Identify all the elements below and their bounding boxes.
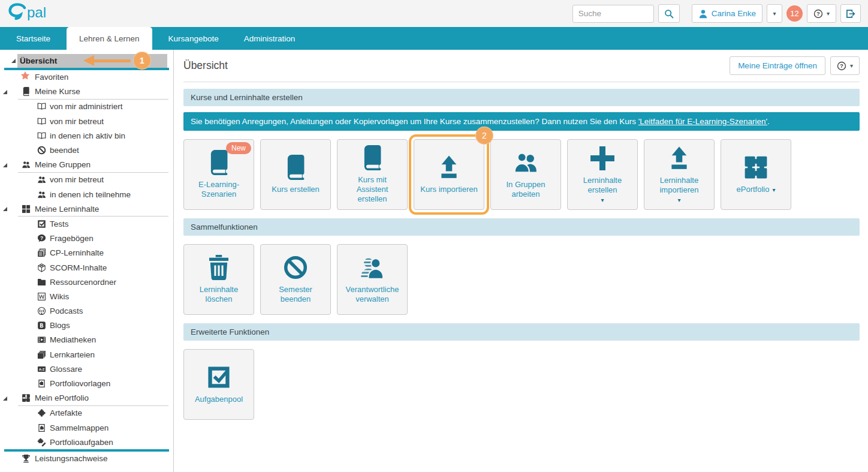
tree-expander-icon[interactable]: [11, 59, 16, 63]
grid-icon: [22, 205, 31, 214]
page-help-button[interactable]: ? ▾: [830, 56, 860, 75]
sidebar-item-tests[interactable]: Tests: [0, 217, 173, 231]
chevron-down-icon: ▾: [772, 187, 775, 193]
tile-semester-beenden[interactable]: Semester beenden: [260, 244, 331, 315]
trash-icon: [206, 255, 231, 280]
annotation-badge-2: 2: [475, 127, 493, 145]
sidebar-item-label: in denen ich teilnehme: [50, 190, 131, 199]
tab-kursangebote[interactable]: Kursangebote: [156, 27, 231, 50]
sidebar-item-von-mir-administriert[interactable]: von mir administriert: [0, 100, 173, 114]
search-button[interactable]: [658, 4, 680, 23]
tile-lerninhalte-importieren[interactable]: Lerninhalte importieren▾: [644, 139, 715, 210]
sidebar-item-ressourcenordner[interactable]: Ressourcenordner: [0, 275, 173, 289]
banner-text-suffix: .: [767, 117, 770, 126]
tile-aufgabenpool[interactable]: Aufgabenpool: [183, 349, 254, 420]
tile-lerninhalte-loschen[interactable]: Lerninhalte löschen: [183, 244, 254, 315]
plus-icon: [590, 146, 615, 171]
page-title: Übersicht: [183, 59, 228, 72]
sidebar-item-cp-lerninhalte[interactable]: CP-Lerninhalte: [0, 246, 173, 260]
sidebar-item-in-denen-ich-aktiv-bin[interactable]: in denen ich aktiv bin: [0, 128, 173, 143]
tile-eportfolio[interactable]: ePortfolio▾: [721, 139, 791, 210]
tab-lehren-lernen[interactable]: Lehren & Lernen: [67, 27, 152, 50]
sidebar-item-label: SCORM-Inhalte: [50, 263, 107, 272]
sidebar-item-lernkarteien[interactable]: Lernkarteien: [0, 347, 173, 362]
tile-in-gruppen-arbeiten[interactable]: In Gruppen arbeiten: [490, 139, 561, 210]
tile-e-learning-szenarien[interactable]: E-Learning-SzenarienNew: [183, 139, 254, 210]
tile-kurs-mit-assistent-erstellen[interactable]: Kurs mit Assistent erstellen: [337, 139, 408, 210]
top-header: pal Carina Enke ▾ 12 ? ▾: [0, 0, 868, 27]
opal-logo[interactable]: pal: [8, 3, 64, 25]
tile-lerninhalte-erstellen[interactable]: Lerninhalte erstellen▾: [567, 139, 638, 210]
sidebar-item-label: Mein ePortfolio: [35, 393, 89, 402]
banner-text: Sie benötigen Anregungen, Anleitungen od…: [191, 117, 638, 126]
upload-icon: [436, 155, 462, 180]
sidebar-item-mediatheken[interactable]: Mediatheken: [0, 333, 173, 347]
user-menu-button[interactable]: Carina Enke: [692, 4, 762, 23]
section-header-sammelfunktionen: Sammelfunktionen: [183, 218, 860, 236]
svg-text:?: ?: [816, 10, 820, 17]
svg-text:A-Z: A-Z: [39, 368, 45, 371]
tile-row: E-Learning-SzenarienNewKurs erstellenKur…: [183, 139, 860, 210]
logout-icon: [846, 9, 855, 19]
tile-label: E-Learning-Szenarien: [184, 180, 254, 200]
tile-kurs-importieren[interactable]: Kurs importieren2: [414, 139, 484, 210]
star-icon: [20, 71, 30, 83]
sidebar-item-meine-lerninhalte[interactable]: Meine Lerninhalte: [0, 202, 173, 216]
tree-expander-icon[interactable]: [3, 90, 7, 94]
tile-kurs-erstellen[interactable]: Kurs erstellen: [260, 139, 331, 210]
sidebar-item-favoriten[interactable]: Favoriten: [0, 70, 173, 85]
search-input[interactable]: [572, 5, 654, 23]
sidebar-item-podcasts[interactable]: Podcasts: [0, 304, 173, 318]
user-menu-caret-button[interactable]: ▾: [767, 4, 782, 23]
sidebar-item-label: Lernkarteien: [50, 350, 95, 359]
tree-expander-icon[interactable]: [3, 396, 7, 401]
info-banner: Sie benötigen Anregungen, Anleitungen od…: [183, 112, 860, 131]
tile-label: Semester beenden: [261, 285, 330, 305]
sidebar-item-artefakte[interactable]: Artefakte: [0, 406, 173, 420]
tab-administration[interactable]: Administration: [231, 27, 308, 50]
sidebar-item-von-mir-betreut[interactable]: von mir betreut: [0, 173, 173, 187]
tile-verantwortliche-verwalten[interactable]: Verantwortliche verwalten: [337, 244, 408, 315]
sidebar-item-fragebogen[interactable]: ?Fragebögen: [0, 232, 173, 246]
tab-startseite[interactable]: Startseite: [4, 27, 63, 50]
main-navbar: StartseiteLehren & LernenKursangeboteAdm…: [0, 27, 868, 50]
sidebar-item-wikis[interactable]: Wikis: [0, 289, 173, 303]
banner-link[interactable]: 'Leitfaden für E-Learning-Szenarien': [638, 117, 767, 126]
sidebar-item-leistungsnachweise[interactable]: Leistungsnachweise: [0, 452, 173, 466]
sidebar-item-meine-kurse[interactable]: Meine Kurse: [0, 85, 173, 99]
cards-icon: [37, 350, 46, 359]
sidebar-item-label: Leistungsnachweise: [35, 454, 108, 463]
sidebar-item-meine-gruppen[interactable]: Meine Gruppen: [0, 158, 173, 172]
main-content: Übersicht Meine Einträge öffnen ? ▾ Kurs…: [174, 50, 868, 472]
logout-button[interactable]: [840, 4, 861, 23]
book-icon: [206, 150, 231, 175]
sidebar-item-portfoliovorlagen[interactable]: Portfoliovorlagen: [0, 376, 173, 390]
sidebar-item-von-mir-betreut[interactable]: von mir betreut: [0, 114, 173, 128]
help-button[interactable]: ? ▾: [807, 4, 836, 23]
sidebar-item-scorm-inhalte[interactable]: SCORM-Inhalte: [0, 260, 173, 275]
people-tile-icon: [513, 150, 538, 175]
sidebar-item-portfolioaufgaben[interactable]: Portfolioaufgaben: [0, 435, 173, 449]
tile-label: Lerninhalte importieren: [644, 176, 714, 196]
opal-logo-icon: pal: [8, 3, 64, 25]
ban-icon: [37, 146, 46, 155]
sidebar-item-glossare[interactable]: A-ZGlossare: [0, 362, 173, 376]
open-book-icon: [37, 102, 46, 111]
notification-badge[interactable]: 12: [786, 5, 803, 22]
sidebar-item-blogs[interactable]: Blogs: [0, 318, 173, 333]
search-icon: [664, 9, 674, 19]
tile-label: Aufgabenpool: [191, 395, 247, 404]
chevron-down-icon: ▾: [773, 11, 776, 17]
tree-expander-icon[interactable]: [3, 163, 7, 167]
sidebar-item-sammelmappen[interactable]: Sammelmappen: [0, 420, 173, 435]
sidebar-item-ubersicht[interactable]: Übersicht1: [0, 54, 173, 68]
podcast-icon: [37, 306, 46, 315]
sidebar-item-mein-eportfolio[interactable]: Mein ePortfolio: [0, 391, 173, 405]
tree-expander-icon[interactable]: [3, 207, 7, 211]
open-my-entries-button[interactable]: Meine Einträge öffnen: [730, 56, 825, 75]
trophy-icon: [22, 454, 31, 463]
chevron-down-icon: ▾: [601, 197, 604, 203]
question-bubble-icon: ?: [37, 234, 46, 243]
sidebar-item-beendet[interactable]: beendet: [0, 143, 173, 157]
sidebar-item-in-denen-ich-teilnehme[interactable]: in denen ich teilnehme: [0, 187, 173, 202]
